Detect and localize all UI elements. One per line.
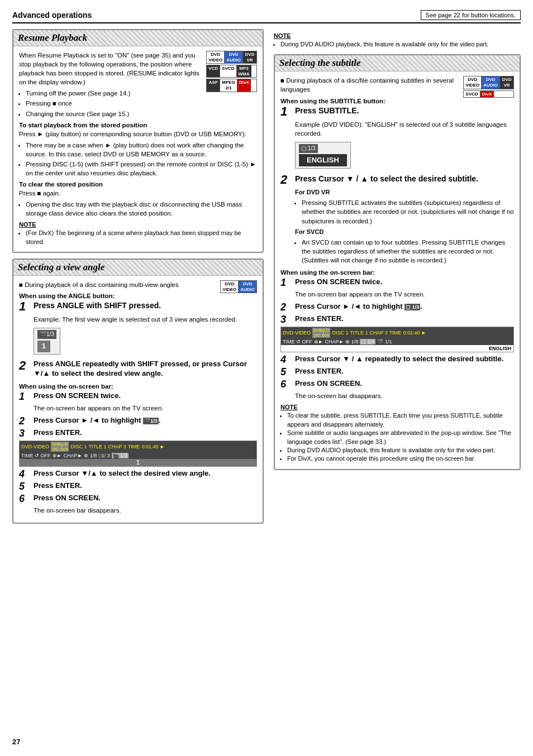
subtitle-sub-step6-body: The on-screen bar disappears. bbox=[295, 391, 514, 400]
select-subtitle-title: Selecting the subtitle bbox=[275, 55, 520, 71]
badge-vcd: VCD bbox=[207, 65, 220, 77]
angle-osd-num: 1 bbox=[37, 341, 50, 352]
angle-osd-num-highlight: 1 bbox=[20, 459, 256, 466]
subtitle-sub-step-4: 4 Press Cursor ▼ / ▲ repeatedly to selec… bbox=[280, 355, 514, 365]
angle-sub-step2-num: 2 bbox=[19, 416, 31, 426]
angle-sub-step-1: 1 Press ON SCREEN twice. bbox=[19, 391, 257, 401]
subtitle-osd-label: ▢ 1/3 bbox=[299, 144, 318, 153]
subtitle-sub-step2-num: 2 bbox=[280, 302, 293, 312]
subtitle-badges: DVDVIDEO DVDAUDIO DVDVR SVCD DivX bbox=[463, 76, 514, 99]
subtitle-on-screen-label: When using the on-screen bar: bbox=[280, 269, 514, 276]
subtitle-sub-step6-num: 6 bbox=[280, 379, 293, 389]
main-content: Resume Playback DVDVIDEO DVDAUDIO DVDVR … bbox=[12, 29, 521, 529]
start-bullet-2: Pressing DISC (1-5) (with SHIFT pressed)… bbox=[26, 160, 257, 178]
subtitle-pre-note-bullet: During DVD AUDIO playback, this feature … bbox=[280, 40, 521, 49]
resume-note-bullet-1: (For DivX) The beginning of a scene wher… bbox=[26, 229, 257, 246]
page-number: 27 bbox=[12, 738, 20, 746]
subtitle-sub-step5-num: 5 bbox=[280, 367, 293, 377]
angle-sub-step1-num: 1 bbox=[19, 391, 31, 401]
angle-step2-num: 2 bbox=[19, 360, 31, 372]
resume-playback-title: Resume Playback bbox=[13, 30, 263, 46]
badge-divx: DivX bbox=[237, 79, 251, 91]
angle-sub-step6-num: 6 bbox=[19, 494, 31, 504]
subtitle-badge-dvd-video: DVDVIDEO bbox=[464, 76, 482, 88]
resume-badges: DVDVIDEO DVDAUDIO DVDVR VCD SVCD MP3WMA … bbox=[206, 51, 257, 93]
subtitle-highlight: ▢ 1/3 bbox=[360, 339, 375, 344]
angle-step-1: 1 Press ANGLE with SHIFT pressed. bbox=[19, 300, 257, 313]
angle-badge-col: DVDVIDEO DVDAUDIO bbox=[220, 280, 257, 294]
subtitle-sub-step6-text: Press ON SCREEN. bbox=[295, 379, 362, 389]
subtitle-osd-display: ▢ 1/3 ENGLISH bbox=[295, 142, 351, 169]
dvd-vr-bullets: Pressing SUBTITLE activates the subtitle… bbox=[302, 198, 514, 225]
badge-dvd-audio: DVDAUDIO bbox=[225, 51, 243, 63]
clear-heading: To clear the stored position bbox=[19, 181, 257, 188]
angle-badge-group: DVDVIDEO DVDAUDIO bbox=[220, 280, 257, 293]
angle-step1-body: Example: The first view angle is selecte… bbox=[34, 315, 257, 356]
subtitle-note-label: NOTE bbox=[280, 404, 514, 410]
subtitle-sub-step-5: 5 Press ENTER. bbox=[280, 367, 514, 377]
subtitle-step2-text: Press Cursor ▼ / ▲ to select the desired… bbox=[295, 174, 478, 184]
badge-svcd: SVCD bbox=[220, 65, 236, 77]
badge-dvd-video: DVDVIDEO bbox=[207, 51, 225, 63]
svcd-bullets: An SVCD can contain up to four subtitles… bbox=[302, 238, 514, 265]
subtitle-osd-bottom: TIME ↺ OFF ⊕► CHAP► ⊕ 1/8 ▢ 1/3 🎬 1/1 bbox=[281, 338, 513, 345]
badge-asf: ASF bbox=[207, 79, 220, 91]
dvd-vr-bullet: Pressing SUBTITLE activates the subtitle… bbox=[302, 198, 514, 225]
subtitle-note-bullet-1: To clear the subtitle, press SUBTITLE. E… bbox=[287, 412, 514, 429]
subtitle-sub-step1-num: 1 bbox=[280, 277, 293, 288]
resume-bullets: Turning off the power (See page 14.) Pre… bbox=[26, 89, 257, 118]
angle-sub2-icon: 🎬1/3 bbox=[143, 418, 159, 424]
subtitle-sub2-icon: ▢ 1/3 bbox=[404, 304, 420, 310]
angle-osd-top: DVD-VIDEO Dolby D2/0..0ch DISC 1 TITLE 1… bbox=[20, 441, 256, 452]
subtitle-sub-step2-text: Press Cursor ► /◄ to highlight ▢ 1/3. bbox=[295, 302, 422, 312]
left-column: Resume Playback DVDVIDEO DVDAUDIO DVDVR … bbox=[12, 29, 264, 529]
subtitle-badge-group-2: SVCD DivX bbox=[463, 90, 514, 98]
angle-sub-step4-num: 4 bbox=[19, 469, 31, 479]
start-text: Press ► (play button) or corresponding s… bbox=[19, 130, 257, 138]
subtitle-osd-english: ENGLISH bbox=[299, 154, 347, 166]
angle-osd-bar: DVD-VIDEO Dolby D2/0..0ch DISC 1 TITLE 1… bbox=[19, 441, 257, 467]
angle-step1-num: 1 bbox=[19, 300, 31, 313]
badge-col-1: DVDVIDEO DVDAUDIO DVDVR VCD SVCD MP3WMA … bbox=[206, 51, 257, 93]
resume-note-bullets: (For DivX) The beginning of a scene wher… bbox=[26, 229, 257, 246]
subtitle-badge-group-1: DVDVIDEO DVDAUDIO DVDVR bbox=[463, 76, 514, 89]
subtitle-sub-step1-body: The on-screen bar appears on the TV scre… bbox=[295, 290, 514, 299]
angle-sub-step3-text: Press ENTER. bbox=[34, 428, 82, 438]
subtitle-step-1: 1 Press SUBTITLE. bbox=[280, 106, 514, 118]
page-header: Advanced operations See page 22 for butt… bbox=[12, 10, 521, 23]
page-header-title: Advanced operations bbox=[12, 11, 92, 20]
clear-bullet-1: Opening the disc tray with the playback … bbox=[26, 200, 257, 218]
select-angle-title: Selecting a view angle bbox=[13, 260, 263, 276]
angle-sub-step5-num: 5 bbox=[19, 481, 31, 491]
page-header-note: See page 22 for button locations. bbox=[421, 10, 521, 20]
subtitle-pre-note-label: NOTE bbox=[274, 32, 521, 39]
subtitle-step-2: 2 Press Cursor ▼ / ▲ to select the desir… bbox=[280, 174, 514, 186]
angle-sub-step-4: 4 Press Cursor ▼/▲ to select the desired… bbox=[19, 469, 257, 479]
badge-mp3-wma: MP3WMA bbox=[237, 65, 251, 77]
angle-step1-text: Press ANGLE with SHIFT pressed. bbox=[34, 300, 161, 310]
resume-bullet-3: Changing the source (See page 15.) bbox=[26, 109, 257, 118]
subtitle-step2-num: 2 bbox=[280, 174, 293, 186]
dvd-vr-label: For DVD VR bbox=[295, 188, 514, 197]
start-heading: To start playback from the stored positi… bbox=[19, 122, 257, 128]
badge-group-1: DVDVIDEO DVDAUDIO DVDVR bbox=[206, 51, 257, 64]
subtitle-sub-step1-text: Press ON SCREEN twice. bbox=[295, 277, 382, 287]
angle-sub-step1-text: Press ON SCREEN twice. bbox=[34, 391, 121, 401]
badge-dvd-vr: DVDVR bbox=[243, 51, 256, 63]
angle-on-screen-label: When using the on-screen bar: bbox=[19, 383, 257, 390]
subtitle-sub-step3-text: Press ENTER. bbox=[295, 314, 344, 324]
subtitle-badge-dvd-vr: DVDVR bbox=[500, 76, 513, 88]
subtitle-step1-num: 1 bbox=[280, 106, 293, 118]
angle-sub-step4-text: Press Cursor ▼/▲ to select the desired v… bbox=[34, 469, 211, 479]
angle-sub-step2-text: Press Cursor ► /◄ to highlight 🎬1/3. bbox=[34, 416, 160, 425]
subtitle-note-bullets: To clear the subtitle, press SUBTITLE. E… bbox=[287, 412, 514, 463]
angle-sub-step-5: 5 Press ENTER. bbox=[19, 481, 257, 491]
angle-osd-bottom: TIME ↺ OFF ⊕► CHAP► ⊕ 1/8 □1/ 3 🎬 1/3 bbox=[20, 452, 256, 459]
clear-bullets: Opening the disc tray with the playback … bbox=[26, 200, 257, 218]
angle-badge-dvd-video: DVDVIDEO bbox=[221, 281, 239, 293]
subtitle-sub-step5-text: Press ENTER. bbox=[295, 367, 344, 376]
angle-highlight: 🎬 1/3 bbox=[112, 453, 129, 458]
subtitle-badge-divx: DivX bbox=[480, 91, 494, 98]
subtitle-sub-step3-num: 3 bbox=[280, 314, 293, 324]
subtitle-osd-top: DVD-VIDEO Dolby D2/0..0ch DISC 1 TITLE 1… bbox=[281, 327, 513, 338]
